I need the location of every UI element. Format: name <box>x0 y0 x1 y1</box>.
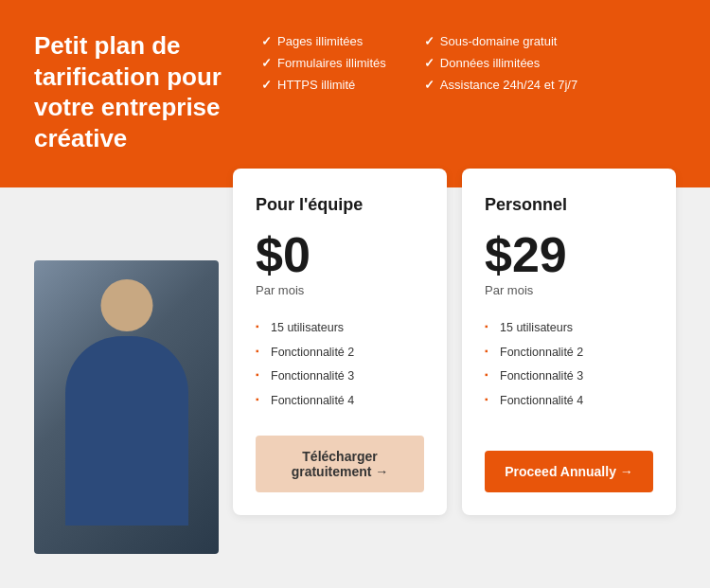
check-icon: ✓ <box>261 56 272 70</box>
feature-item: Fonctionnalité 4 <box>485 389 653 414</box>
feature-text: Assistance 24h/24 et 7j/7 <box>440 78 577 92</box>
features-col-1: ✓Pages illimitées✓Formulaires illimités✓… <box>261 34 386 92</box>
feature-list: 15 utilisateursFonctionnalité 2Fonctionn… <box>256 316 424 413</box>
cards-area: Pour l'équipe $0 Par mois 15 utilisateur… <box>233 169 676 515</box>
card-cta-button[interactable]: Télécharger gratuitement → <box>256 436 424 492</box>
feature-item: ✓Formulaires illimités <box>261 56 386 70</box>
bottom-section: Pour l'équipe $0 Par mois 15 utilisateur… <box>0 187 710 588</box>
check-icon: ✓ <box>424 78 435 92</box>
feature-item: ✓HTTPS illimité <box>261 78 386 92</box>
person-image <box>34 260 219 554</box>
feature-text: Pages illimitées <box>277 34 363 48</box>
feature-item: Fonctionnalité 4 <box>256 389 424 414</box>
features-col-2: ✓Sous-domaine gratuit✓Données illimitées… <box>424 34 577 92</box>
feature-list: 15 utilisateursFonctionnalité 2Fonctionn… <box>485 316 653 428</box>
feature-item: ✓Données illimitées <box>424 56 577 70</box>
feature-text: Formulaires illimités <box>277 56 386 70</box>
card-title: Personnel <box>485 195 653 215</box>
page-wrapper: Petit plan de tarification pour votre en… <box>0 0 710 588</box>
check-icon: ✓ <box>261 78 272 92</box>
feature-item: Fonctionnalité 3 <box>256 365 424 389</box>
check-icon: ✓ <box>424 56 435 70</box>
price-amount: $0 <box>256 230 424 279</box>
pricing-card-0: Pour l'équipe $0 Par mois 15 utilisateur… <box>233 169 447 515</box>
feature-item: 15 utilisateurs <box>485 316 653 341</box>
feature-item: ✓Pages illimitées <box>261 34 386 48</box>
feature-item: 15 utilisateurs <box>256 316 424 341</box>
price-period: Par mois <box>485 283 653 297</box>
feature-item: Fonctionnalité 2 <box>485 341 653 365</box>
features-columns: ✓Pages illimitées✓Formulaires illimités✓… <box>261 30 676 92</box>
feature-text: Données illimitées <box>440 56 541 70</box>
feature-item: Fonctionnalité 3 <box>485 365 653 389</box>
price-period: Par mois <box>256 283 424 297</box>
card-title: Pour l'équipe <box>256 195 424 215</box>
headline: Petit plan de tarification pour votre en… <box>34 30 242 153</box>
feature-text: Sous-domaine gratuit <box>440 34 558 48</box>
card-cta-button[interactable]: Proceed Annually → <box>485 451 653 492</box>
person-shirt <box>103 369 151 445</box>
feature-text: HTTPS illimité <box>277 78 355 92</box>
top-section: Petit plan de tarification pour votre en… <box>0 0 710 187</box>
feature-item: ✓Sous-domaine gratuit <box>424 34 577 48</box>
price-amount: $29 <box>485 230 653 279</box>
feature-item: ✓Assistance 24h/24 et 7j/7 <box>424 78 577 92</box>
person-area <box>34 187 233 554</box>
check-icon: ✓ <box>261 34 272 48</box>
check-icon: ✓ <box>424 34 435 48</box>
feature-item: Fonctionnalité 2 <box>256 341 424 365</box>
pricing-card-1: Personnel $29 Par mois 15 utilisateursFo… <box>462 169 676 515</box>
